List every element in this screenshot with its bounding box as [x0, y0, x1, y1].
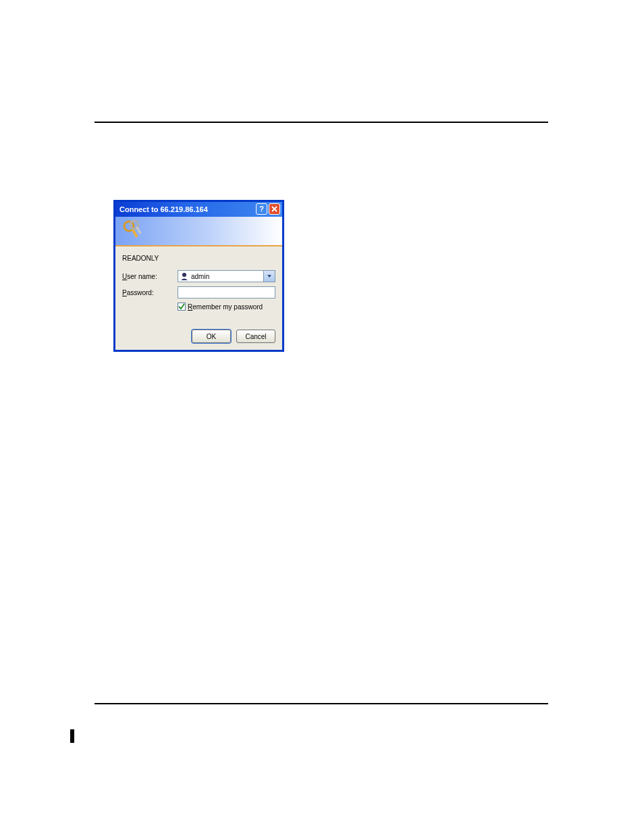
password-label: Password:: [122, 289, 178, 296]
ok-button[interactable]: OK: [192, 330, 231, 343]
password-row: Password:: [122, 286, 275, 298]
button-row: OK Cancel: [192, 330, 275, 343]
window-title: Connect to 66.219.86.164: [119, 205, 208, 213]
username-row: User name: admin: [122, 270, 275, 282]
username-value: admin: [191, 273, 209, 280]
cancel-button[interactable]: Cancel: [236, 330, 275, 343]
help-button[interactable]: ?: [256, 203, 267, 215]
auth-dialog: Connect to 66.219.86.164 ? READONLY User…: [113, 200, 284, 352]
username-label: User name:: [122, 273, 178, 280]
username-combobox[interactable]: admin: [178, 270, 275, 282]
keys-icon: [121, 219, 144, 242]
remember-checkbox[interactable]: [178, 303, 186, 311]
check-icon: [178, 303, 185, 310]
user-icon: [180, 271, 189, 281]
page-bar: [70, 729, 74, 743]
svg-point-6: [182, 273, 186, 277]
top-rule: [95, 122, 548, 123]
realm-text: READONLY: [122, 255, 275, 262]
remember-row: Remember my password: [178, 303, 275, 311]
chevron-down-icon[interactable]: [263, 271, 275, 282]
close-icon: [271, 206, 277, 212]
bottom-rule: [95, 703, 548, 704]
dialog-banner: [115, 217, 282, 246]
titlebar: Connect to 66.219.86.164 ?: [115, 202, 282, 217]
close-button[interactable]: [269, 203, 280, 215]
remember-label: Remember my password: [188, 303, 263, 311]
password-input[interactable]: [178, 286, 275, 298]
dialog-body: READONLY User name: admin Password:: [115, 246, 282, 311]
